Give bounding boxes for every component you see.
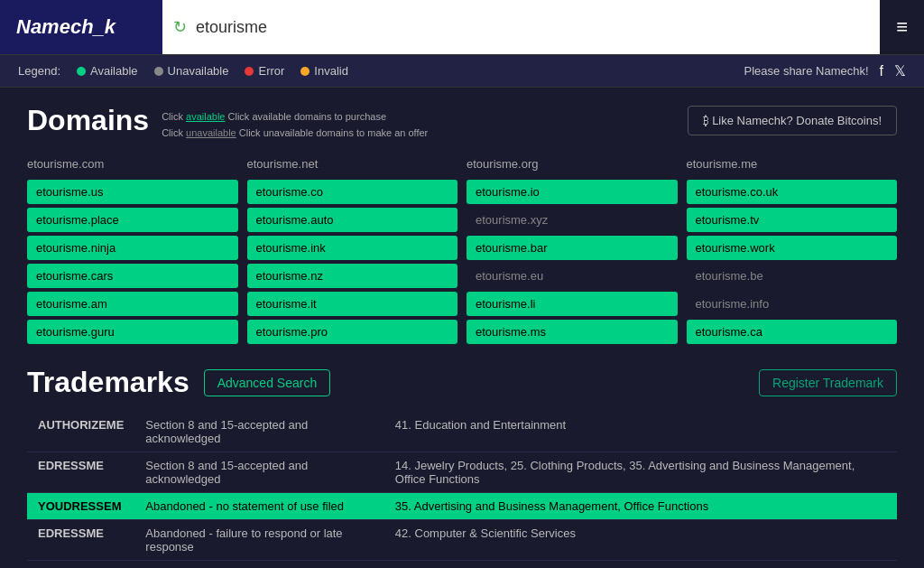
domain-item[interactable]: etourisme.guru: [27, 320, 238, 344]
domain-item[interactable]: etourisme.ink: [247, 236, 458, 260]
register-trademark-button[interactable]: Register Trademark: [759, 369, 897, 396]
domain-item[interactable]: etourisme.eu: [467, 264, 678, 288]
hamburger-icon[interactable]: ≡: [880, 0, 924, 54]
logo[interactable]: Namech_k: [0, 0, 162, 54]
main-content: Domains Click available Click available …: [0, 88, 924, 568]
trademark-class: 41. Education and Entertainment: [384, 412, 897, 452]
trademark-row[interactable]: EDRESSMEAbandoned - failure to respond o…: [27, 520, 897, 561]
domain-item[interactable]: etourisme.auto: [247, 208, 458, 232]
share-text: Please share Namechk!: [744, 64, 869, 78]
legend-left: Legend: Available Unavailable Error Inva…: [18, 64, 348, 78]
legend-label: Legend:: [18, 64, 60, 78]
domain-item[interactable]: etourisme.it: [247, 292, 458, 316]
domain-item[interactable]: etourisme.tv: [687, 208, 898, 232]
legend-right: Please share Namechk! f 𝕏: [744, 62, 906, 79]
trademarks-table: AUTHORIZEMESection 8 and 15-accepted and…: [27, 412, 897, 561]
trademark-row[interactable]: EDRESSMESection 8 and 15-accepted and ac…: [27, 452, 897, 493]
domain-item[interactable]: etourisme.bar: [467, 236, 678, 260]
domain-item[interactable]: etourisme.be: [687, 264, 898, 288]
facebook-icon[interactable]: f: [880, 63, 883, 79]
domain-item[interactable]: etourisme.am: [27, 292, 238, 316]
invalid-dot: [300, 67, 310, 76]
trademark-class: 35. Advertising and Business Management,…: [384, 493, 897, 520]
domains-header: Domains Click available Click available …: [27, 106, 897, 141]
error-label: Error: [258, 64, 284, 78]
domain-item[interactable]: etourisme.info: [687, 292, 898, 316]
trademark-row[interactable]: AUTHORIZEMESection 8 and 15-accepted and…: [27, 412, 897, 452]
search-icon: ↻: [173, 17, 187, 37]
domains-hints: Click available Click available domains …: [162, 109, 428, 141]
trademark-status: Abandoned - no statement of use filed: [134, 493, 383, 520]
search-bar: ↻: [162, 0, 880, 54]
trademark-name: EDRESSME: [27, 520, 134, 561]
trademark-name: AUTHORIZEME: [27, 412, 134, 452]
available-label: Available: [90, 64, 138, 78]
domains-title: Domains: [27, 106, 149, 135]
domains-title-group: Domains Click available Click available …: [27, 106, 428, 141]
trademark-status: Abandoned - failure to respond or late r…: [134, 520, 383, 561]
domain-item[interactable]: etourisme.ninja: [27, 236, 238, 260]
domain-item[interactable]: etourisme.li: [467, 292, 678, 316]
available-link-hint: available: [186, 111, 225, 122]
domain-item[interactable]: etourisme.pro: [247, 320, 458, 344]
domain-item[interactable]: etourisme.ca: [687, 320, 898, 344]
unavailable-dot: [154, 67, 163, 76]
domain-item[interactable]: etourisme.ms: [467, 320, 678, 344]
legend-unavailable: Unavailable: [154, 64, 229, 78]
unavailable-label: Unavailable: [168, 64, 229, 78]
trademarks-header: Trademarks Advanced Search Register Trad…: [27, 366, 897, 399]
domain-col-header-2: etourisme.org: [467, 155, 678, 174]
trademark-status: Section 8 and 15-accepted and acknowledg…: [134, 412, 383, 452]
trademark-name: YOUDRESSEM: [27, 493, 134, 520]
trademark-status: Section 8 and 15-accepted and acknowledg…: [134, 452, 383, 493]
domain-item[interactable]: etourisme.us: [27, 180, 238, 204]
invalid-label: Invalid: [314, 64, 348, 78]
domain-col-header-1: etourisme.net: [247, 155, 458, 174]
unavailable-link-hint: unavailable: [186, 127, 236, 138]
domain-item[interactable]: etourisme.xyz: [467, 208, 678, 232]
domain-item[interactable]: etourisme.place: [27, 208, 238, 232]
trademark-class: 14. Jewelry Products, 25. Clothing Produ…: [384, 452, 897, 493]
trademark-name: EDRESSME: [27, 452, 134, 493]
domain-col-header-3: etourisme.me: [687, 155, 898, 174]
legend-invalid: Invalid: [300, 64, 348, 78]
search-input[interactable]: [196, 18, 869, 37]
header: Namech_k ↻ ≡: [0, 0, 924, 54]
domain-item[interactable]: etourisme.co: [247, 180, 458, 204]
twitter-icon[interactable]: 𝕏: [894, 62, 906, 79]
domain-item[interactable]: etourisme.work: [687, 236, 898, 260]
trademark-class: 42. Computer & Scientific Services: [384, 520, 897, 561]
domain-grid: etourisme.cometourisme.netetourisme.orge…: [27, 155, 897, 344]
domain-item[interactable]: etourisme.cars: [27, 264, 238, 288]
domain-item[interactable]: etourisme.co.uk: [687, 180, 898, 204]
domain-item[interactable]: etourisme.nz: [247, 264, 458, 288]
legend-error: Error: [245, 64, 284, 78]
legend-bar: Legend: Available Unavailable Error Inva…: [0, 54, 924, 88]
domain-col-header-0: etourisme.com: [27, 155, 238, 174]
legend-available: Available: [77, 64, 138, 78]
trademarks-left: Trademarks Advanced Search: [27, 366, 330, 399]
donate-button[interactable]: ₿ Like Namechk? Donate Bitcoins!: [688, 106, 897, 135]
error-dot: [245, 67, 254, 76]
logo-text: Namech_k: [16, 15, 116, 39]
available-dot: [77, 67, 86, 76]
trademark-row[interactable]: YOUDRESSEMAbandoned - no statement of us…: [27, 493, 897, 520]
domain-item[interactable]: etourisme.io: [467, 180, 678, 204]
trademarks-title: Trademarks: [27, 366, 189, 399]
advanced-search-button[interactable]: Advanced Search: [204, 369, 331, 396]
